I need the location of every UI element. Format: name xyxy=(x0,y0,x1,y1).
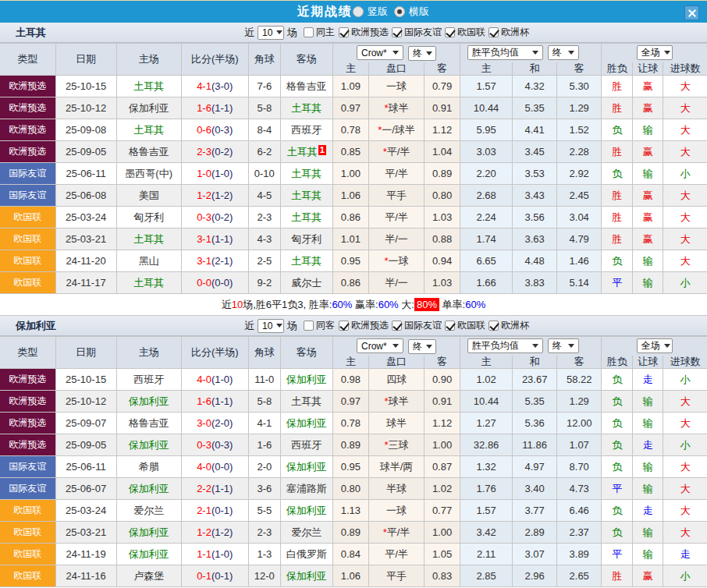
asian-away-odds-cell: 0.79 xyxy=(425,76,460,97)
wdl-result-cell: 负 xyxy=(602,119,633,141)
home-team-cell: 爱尔兰 xyxy=(116,500,181,522)
asian-odds-source-select[interactable]: Crow* xyxy=(357,45,403,60)
scope-select[interactable]: 全场 xyxy=(637,45,673,60)
dropdown-arrow-icon xyxy=(426,51,432,55)
asian-odds-source-value: Crow* xyxy=(361,48,387,58)
league-filter[interactable]: 欧国联 xyxy=(445,26,485,39)
result-group-header: 全场 xyxy=(602,44,707,62)
same-venue-checkbox[interactable] xyxy=(304,321,314,331)
halftime-score: (1-1) xyxy=(211,395,233,407)
league-filter-checkbox[interactable] xyxy=(489,27,499,37)
away-team-name: 保加利亚 xyxy=(286,570,327,582)
recent-matches-table: 类型日期主场比分(半场)角球客场Crow*终胜平负均值终全场 主盘口客主和客胜负… xyxy=(0,336,707,587)
layout-radio[interactable]: 竖版 xyxy=(353,5,388,19)
handicap-name: 球半 xyxy=(389,395,409,407)
euro-home-odds-cell: 1.74 xyxy=(460,228,513,250)
league-filter[interactable]: 欧洲杯 xyxy=(489,26,529,39)
scope-select[interactable]: 全场 xyxy=(637,338,673,353)
euro-odds-source-select[interactable]: 胜平负均值 xyxy=(467,338,543,353)
column-header-handicap-result: 让球 xyxy=(633,356,663,369)
handicap-result-cell: 输 xyxy=(633,272,663,294)
layout-radio[interactable]: 横版 xyxy=(394,5,429,19)
match-row: 欧国联 25-03-21 土耳其 3-1(1-1) 4-3 匈牙利 1.01 半… xyxy=(0,228,707,250)
away-team-name: 格鲁吉亚 xyxy=(286,80,327,92)
asian-odds-time-select[interactable]: 终 xyxy=(408,339,436,354)
league-filter[interactable]: 国际友谊 xyxy=(392,319,442,332)
goals-result-cell: 小 xyxy=(663,565,707,587)
layout-radio-button[interactable] xyxy=(353,6,364,17)
asian-handicap-cell: 四球 xyxy=(368,369,424,391)
close-button[interactable] xyxy=(684,5,699,20)
asian-away-odds-cell: 0.77 xyxy=(425,500,460,522)
away-team-name: 土耳其 xyxy=(287,146,318,158)
league-filter[interactable]: 欧洲预选 xyxy=(339,26,389,39)
league-cell: 国际友谊 xyxy=(0,478,55,500)
same-venue-checkbox[interactable] xyxy=(304,27,314,37)
match-count-select[interactable]: 10 xyxy=(258,319,284,333)
dropdown-arrow-icon xyxy=(664,344,670,348)
asian-handicap-cell: *球半 xyxy=(368,391,424,413)
column-header-euro-home: 主 xyxy=(460,62,513,76)
column-header-euro-home: 主 xyxy=(460,356,513,369)
dropdown-arrow-icon xyxy=(426,345,432,349)
euro-odds-source-select[interactable]: 胜平负均值 xyxy=(467,45,543,60)
league-filter[interactable]: 国际友谊 xyxy=(392,26,442,39)
fulltime-score: 3-1 xyxy=(197,233,211,245)
column-header-home: 主场 xyxy=(116,44,181,76)
wdl-result-cell: 平 xyxy=(602,478,633,500)
league-filter-checkbox[interactable] xyxy=(445,27,455,37)
league-filter-checkbox[interactable] xyxy=(339,321,349,331)
euro-draw-odds-cell: 4.97 xyxy=(513,456,557,478)
euro-draw-odds-cell: 4.41 xyxy=(513,119,557,141)
asian-home-odds-cell: 1.00 xyxy=(332,163,368,185)
column-header-asian-handicap: 盘口 xyxy=(368,356,424,369)
euro-odds-time-select[interactable]: 终 xyxy=(548,338,579,353)
goals-result-cell: 大 xyxy=(663,119,707,141)
corner-cell: 4-5 xyxy=(248,185,280,207)
same-venue-filter[interactable]: 同客 xyxy=(304,319,335,332)
wdl-result-cell: 胜 xyxy=(602,97,633,119)
asian-handicap-cell: 半/一 xyxy=(368,272,424,294)
euro-draw-odds-cell: 11.86 xyxy=(513,434,557,456)
dropdown-arrow-icon xyxy=(532,344,538,348)
corner-cell: 1-6 xyxy=(248,434,280,456)
away-team-name: 保加利亚 xyxy=(286,417,327,429)
euro-draw-odds-cell: 3.40 xyxy=(513,478,557,500)
recent-matches-table: 类型日期主场比分(半场)角球客场Crow*终胜平负均值终全场 主盘口客主和客胜负… xyxy=(0,43,707,316)
league-filter-checkbox[interactable] xyxy=(392,321,402,331)
match-count-value: 10 xyxy=(262,321,272,331)
asian-odds-source-select[interactable]: Crow* xyxy=(357,338,403,353)
fulltime-score: 0-3 xyxy=(197,211,211,223)
fulltime-score: 1-1 xyxy=(197,548,211,560)
layout-radio-button[interactable] xyxy=(394,6,405,17)
league-filter-checkbox[interactable] xyxy=(445,321,455,331)
league-cell: 欧洲预选 xyxy=(0,141,55,163)
league-filter-checkbox[interactable] xyxy=(339,27,349,37)
dropdown-arrow-icon xyxy=(664,51,670,55)
date-cell: 25-10-12 xyxy=(55,391,116,413)
league-filter[interactable]: 欧洲预选 xyxy=(339,319,389,332)
asian-odds-time-select[interactable]: 终 xyxy=(408,46,436,61)
away-team-cell: 保加利亚 xyxy=(280,565,332,587)
column-header-asian-home: 主 xyxy=(332,62,368,76)
euro-odds-time-select[interactable]: 终 xyxy=(548,45,579,60)
handicap-name: 球半 xyxy=(389,102,409,114)
euro-home-odds-cell: 1.32 xyxy=(460,456,513,478)
asian-odds-group-header: Crow*终 xyxy=(332,44,460,62)
fulltime-score: 3-0 xyxy=(197,417,211,429)
league-filter-checkbox[interactable] xyxy=(392,27,402,37)
asian-away-odds-cell: 0.88 xyxy=(425,228,460,250)
halftime-score: (1-2) xyxy=(211,190,233,201)
league-filter-checkbox[interactable] xyxy=(489,321,499,331)
league-cell: 欧洲预选 xyxy=(0,413,55,434)
league-filter[interactable]: 欧洲杯 xyxy=(489,319,529,332)
league-filter[interactable]: 欧国联 xyxy=(445,319,485,332)
same-venue-filter[interactable]: 同主 xyxy=(304,26,335,39)
away-team-name: 爱尔兰 xyxy=(291,526,322,538)
fulltime-score: 1-2 xyxy=(197,190,211,201)
home-team-cell: 保加利亚 xyxy=(116,544,181,565)
asian-handicap-cell: *一球 xyxy=(368,250,424,272)
league-cell: 欧国联 xyxy=(0,272,55,294)
match-count-select[interactable]: 10 xyxy=(258,26,284,40)
date-cell: 25-09-07 xyxy=(55,413,116,434)
